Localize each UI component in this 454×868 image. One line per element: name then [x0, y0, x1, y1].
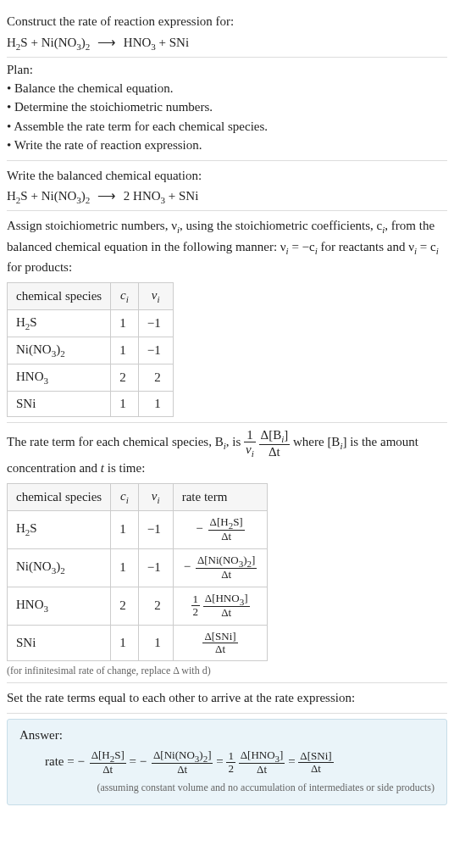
- finalstep-section: Set the rate terms equal to each other t…: [7, 683, 447, 714]
- ci-cell: 1: [111, 548, 139, 587]
- nui-cell: −1: [138, 337, 173, 364]
- plan-item: • Balance the chemical equation.: [7, 79, 447, 98]
- table-row: SNi 1 1: [8, 391, 174, 416]
- species-cell: HNO3: [8, 364, 111, 391]
- stoich-intro: Assign stoichiometric numbers, νi, using…: [7, 216, 447, 277]
- finalstep-text: Set the rate terms equal to each other t…: [7, 688, 447, 708]
- one-over-nu-fraction: 1 νi: [244, 428, 256, 459]
- species-cell: SNi: [8, 391, 111, 416]
- col-ci: ci: [111, 483, 139, 510]
- species-cell: HNO3: [8, 587, 111, 625]
- table-row: H2S 1 −1: [8, 309, 174, 337]
- table-row: Ni(NO3)2 1 −1: [8, 337, 174, 364]
- coef-fraction: 1 2: [191, 593, 201, 619]
- balanced-equation: H2S + Ni(NO3)2 ⟶ 2 HNO3 + SNi: [7, 188, 447, 205]
- rateterm-cell: − Δ[Ni(NO3)2] Δt: [173, 548, 268, 587]
- plan-list: • Balance the chemical equation. • Deter…: [7, 79, 447, 155]
- rate-fraction: Δ[HNO3] Δt: [203, 593, 250, 620]
- rateterms-section: The rate term for each chemical species,…: [7, 423, 447, 684]
- rate-fraction: Δ[HNO3] Δt: [239, 749, 285, 776]
- table-row: SNi 1 1 Δ[SNi] Δt: [8, 625, 268, 661]
- balanced-eq-right: 2 HNO3 + SNi: [124, 189, 199, 203]
- rate-fraction: Δ[SNi] Δt: [298, 750, 333, 776]
- nui-cell: 1: [138, 391, 173, 416]
- plan-section: Plan: • Balance the chemical equation. •…: [7, 58, 447, 161]
- col-nui: νi: [138, 483, 173, 510]
- species-cell: Ni(NO3)2: [8, 548, 111, 587]
- table-header-row: chemical species ci νi: [8, 282, 174, 309]
- ci-cell: 1: [111, 309, 139, 337]
- nui-cell: 2: [138, 364, 173, 391]
- table-row: Ni(NO3)2 1 −1 − Δ[Ni(NO3)2] Δt: [8, 548, 268, 587]
- prompt-section: Construct the rate of reaction expressio…: [7, 7, 447, 58]
- species-cell: H2S: [8, 510, 111, 548]
- plan-item: • Determine the stoichiometric numbers.: [7, 97, 447, 117]
- ci-cell: 1: [111, 625, 139, 661]
- unbalanced-equation: H2S + Ni(NO3)2 ⟶ HNO3 + SNi: [7, 35, 447, 52]
- balanced-eq-left: H2S + Ni(NO3)2: [7, 189, 90, 203]
- col-ci: ci: [111, 282, 139, 309]
- reaction-arrow-icon: ⟶: [97, 36, 116, 49]
- stoich-table: chemical species ci νi H2S 1 −1 Ni(NO3)2…: [7, 282, 174, 417]
- rate-fraction: Δ[H2S] Δt: [90, 749, 126, 776]
- col-species: chemical species: [8, 282, 111, 309]
- col-rateterm: rate term: [173, 483, 268, 510]
- table-row: HNO3 2 2: [8, 364, 174, 391]
- rateterms-intro: The rate term for each chemical species,…: [7, 428, 447, 478]
- col-nui: νi: [138, 282, 173, 309]
- rateterm-cell: 1 2 Δ[HNO3] Δt: [173, 587, 268, 625]
- answer-rate-expression: rate = − Δ[H2S] Δt = − Δ[Ni(NO3)2] Δt = …: [45, 749, 435, 776]
- rate-fraction: Δ[Ni(NO3)2] Δt: [152, 749, 213, 776]
- answer-heading: Answer:: [19, 728, 435, 743]
- ci-cell: 1: [111, 337, 139, 364]
- rate-prefix: rate =: [45, 754, 77, 768]
- stoich-section: Assign stoichiometric numbers, νi, using…: [7, 211, 447, 423]
- nui-cell: 2: [138, 587, 173, 625]
- col-species: chemical species: [8, 483, 111, 510]
- delta-b-fraction: Δ[Bi] Δt: [259, 428, 291, 459]
- nui-cell: −1: [138, 309, 173, 337]
- answer-assumption-note: (assuming constant volume and no accumul…: [19, 782, 435, 794]
- eq-left: H2S + Ni(NO3)2: [7, 36, 90, 49]
- nui-cell: 1: [138, 625, 173, 661]
- plan-heading: Plan:: [7, 63, 447, 77]
- species-cell: SNi: [8, 625, 111, 661]
- reaction-arrow-icon: ⟶: [97, 189, 116, 203]
- ci-cell: 1: [111, 510, 139, 548]
- table-header-row: chemical species ci νi rate term: [8, 483, 268, 510]
- eq-right: HNO3 + SNi: [124, 36, 189, 49]
- ci-cell: 2: [111, 364, 139, 391]
- rate-fraction: Δ[H2S] Δt: [208, 516, 245, 543]
- answer-box: Answer: rate = − Δ[H2S] Δt = − Δ[Ni(NO3)…: [7, 719, 447, 805]
- rate-fraction: Δ[SNi] Δt: [202, 631, 237, 656]
- prompt-heading: Construct the rate of reaction expressio…: [7, 12, 447, 31]
- rateterms-table: chemical species ci νi rate term H2S 1 −…: [7, 483, 268, 662]
- balanced-intro: Write the balanced chemical equation:: [7, 166, 447, 186]
- rateterm-cell: Δ[SNi] Δt: [173, 625, 268, 661]
- coef-fraction: 1 2: [226, 750, 235, 776]
- plan-item: • Write the rate of reaction expression.: [7, 136, 447, 155]
- species-cell: Ni(NO3)2: [8, 337, 111, 364]
- nui-cell: −1: [138, 510, 173, 548]
- rate-fraction: Δ[Ni(NO3)2] Δt: [196, 554, 257, 581]
- species-cell: H2S: [8, 309, 111, 337]
- plan-item: • Assemble the rate term for each chemic…: [7, 117, 447, 136]
- rateterm-cell: − Δ[H2S] Δt: [173, 510, 268, 548]
- balanced-section: Write the balanced chemical equation: H2…: [7, 161, 447, 212]
- ci-cell: 1: [111, 391, 139, 416]
- table-row: H2S 1 −1 − Δ[H2S] Δt: [8, 510, 268, 548]
- nui-cell: −1: [138, 548, 173, 587]
- infinitesimal-note: (for infinitesimal rate of change, repla…: [7, 665, 447, 677]
- table-row: HNO3 2 2 1 2 Δ[HNO3] Δt: [8, 587, 268, 625]
- ci-cell: 2: [111, 587, 139, 625]
